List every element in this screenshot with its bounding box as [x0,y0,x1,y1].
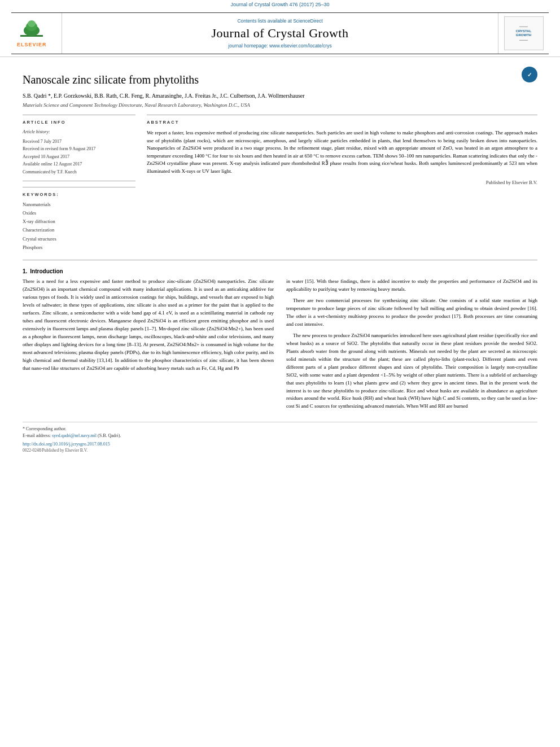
abstract-text: We report a faster, less expensive metho… [147,129,537,175]
header-content: ELSEVIER Contents lists available at Sci… [11,12,549,54]
keyword-item: Phosphors [23,243,135,252]
article-info-heading: ARTICLE INFO [23,120,135,125]
crystal-growth-logo-area: ━━━━━ CRYSTALGROWTH ━━━━━ [498,13,549,54]
footnote-star: * Corresponding author. [23,426,67,431]
elsevier-tree-icon [18,19,46,41]
sciencedirect-line: Contents lists available at ScienceDirec… [237,18,322,24]
accepted-date: Accepted 10 August 2017 [23,154,69,159]
journal-title: Journal of Crystal Growth [212,26,349,41]
section-divider [23,260,537,260]
intro-body: There is a need for a less expensive and… [23,278,537,414]
article-history: Article history: Received 7 July 2017 Re… [23,128,135,176]
footnote: * Corresponding author. E-mail address: … [23,426,537,439]
published-by: Published by Elsevier B.V. [147,180,537,185]
doi-link[interactable]: http://dx.doi.org/10.1016/j.jcrysgro.201… [23,442,537,447]
authors-text: S.B. Qadri *, E.P. Gorzkowski, B.B. Rath… [23,93,305,99]
keywords-list: NanomaterialsOxidesX-ray diffractionChar… [23,200,135,252]
crossmark-icon: ✓ [522,67,537,82]
email-label: E-mail address: [23,433,52,438]
history-label: Article history: [23,128,135,136]
intro-paragraph: There is a need for a less expensive and… [23,278,274,372]
journal-link-bar: Journal of Crystal Growth 476 (2017) 25–… [0,0,560,9]
intro-paragraph: There are two commercial processes for s… [286,297,537,329]
abstract-section: ABSTRACT We report a faster, less expens… [147,115,537,185]
keyword-item: Oxides [23,209,135,217]
keyword-item: Crystal structures [23,235,135,243]
article-info-col: ARTICLE INFO Article history: Received 7… [23,115,135,252]
article-title: Nanoscale zinc silicate from phytoliths [23,72,199,87]
abstract-heading: ABSTRACT [147,120,537,125]
abstract-col: ABSTRACT We report a faster, less expens… [147,115,537,252]
authors-line: S.B. Qadri *, E.P. Gorzkowski, B.B. Rath… [23,91,537,100]
issn-line: 0022-0248/Published by Elsevier B.V. [23,448,537,453]
intro-col1: There is a need for a less expensive and… [23,278,274,414]
keyword-item: Characterization [23,226,135,234]
keywords-section: Keywords: NanomaterialsOxidesX-ray diffr… [23,187,135,252]
intro-number: 1. [23,268,27,274]
main-content: Nanoscale zinc silicate from phytoliths … [0,57,560,464]
sciencedirect-prefix: Contents lists available at [237,18,293,24]
crystal-growth-logo: ━━━━━ CRYSTALGROWTH ━━━━━ [504,16,544,50]
elsevier-label: ELSEVIER [17,42,47,47]
article-info-abstract: ARTICLE INFO Article history: Received 7… [23,115,537,252]
received-date: Received 7 July 2017 [23,139,62,144]
intro-paragraph: The new process to produce Zn2SiO4 nanop… [286,332,537,410]
affiliation-line: Materials Science and Component Technolo… [23,102,537,108]
journal-homepage-line: journal homepage: www.elsevier.com/locat… [228,43,331,49]
elsevier-logo-area: ELSEVIER [11,13,62,54]
email-link[interactable]: syed.qadri@nrl.navy.mil [52,433,97,438]
journal-citation: Journal of Crystal Growth 476 (2017) 25–… [230,2,329,7]
keyword-item: X-ray diffraction [23,217,135,226]
intro-section: 1. Introduction There is a need for a le… [23,268,537,414]
keyword-item: Nanomaterials [23,200,135,209]
crystal-growth-title: CRYSTALGROWTH [516,29,532,37]
keywords-heading: Keywords: [23,192,135,197]
revised-date: Received in revised form 9 August 2017 [23,146,95,151]
intro-heading-line: 1. Introduction [23,268,537,278]
intro-paragraph: in water [15]. With these findings, ther… [286,278,537,294]
homepage-prefix: journal homepage: [228,43,269,49]
intro-col2: in water [15]. With these findings, ther… [286,278,537,414]
available-date: Available online 12 August 2017 [23,161,82,167]
intro-title: Introduction [30,268,63,274]
email-suffix: (S.B. Qadri). [97,433,121,438]
elsevier-logo: ELSEVIER [17,19,47,47]
sciencedirect-link[interactable]: ScienceDirect [293,18,322,24]
article-info-box: ARTICLE INFO Article history: Received 7… [23,115,135,181]
footer: * Corresponding author. E-mail address: … [23,422,537,453]
journal-header-middle: Contents lists available at ScienceDirec… [62,13,498,54]
crossmark-badge: ✓ [522,67,537,82]
homepage-url[interactable]: www.elsevier.com/locate/crys [269,43,332,49]
svg-point-4 [28,20,36,27]
header: ELSEVIER Contents lists available at Sci… [0,9,560,57]
communicated: Communicated by T.F. Kuech [23,169,77,174]
